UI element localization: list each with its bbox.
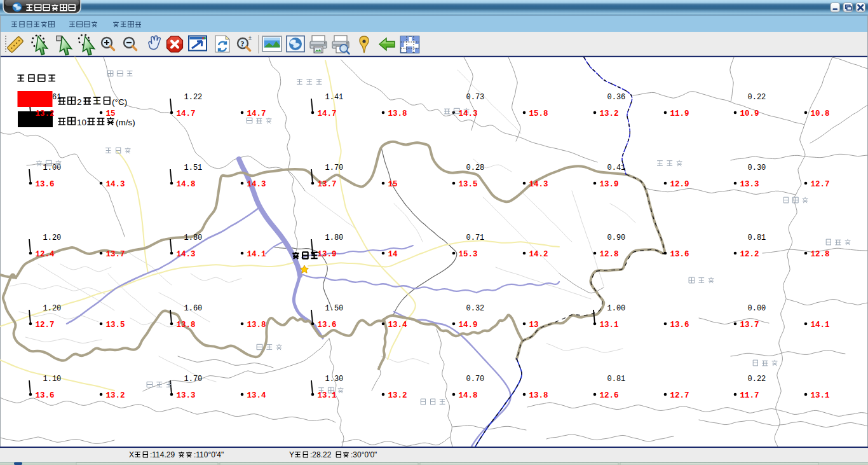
svg-text:13.8: 13.8	[529, 391, 548, 400]
svg-text:15: 15	[106, 109, 116, 118]
svg-text:0.81: 0.81	[748, 233, 766, 242]
svg-text:?: ?	[241, 39, 245, 48]
svg-text:12.7: 12.7	[670, 391, 689, 400]
svg-text:13.6: 13.6	[36, 391, 55, 400]
svg-text:12.2: 12.2	[740, 250, 759, 259]
svg-text::28.22: :28.22	[310, 450, 332, 459]
svg-text:0.70: 0.70	[466, 375, 485, 384]
svg-text:13.9: 13.9	[600, 180, 619, 189]
svg-text:10: 10	[77, 118, 86, 127]
svg-text:14.8: 14.8	[177, 180, 196, 189]
svg-text:13.2: 13.2	[388, 391, 407, 400]
svg-text:14.8: 14.8	[459, 391, 478, 400]
svg-text:1.41: 1.41	[325, 93, 344, 102]
svg-text:0.22: 0.22	[748, 93, 766, 102]
svg-text:12.8: 12.8	[600, 250, 619, 259]
svg-text:1.22: 1.22	[184, 93, 203, 102]
svg-text:0.36: 0.36	[607, 93, 626, 102]
svg-text:1.70: 1.70	[184, 375, 203, 384]
svg-text:13.1: 13.1	[600, 321, 619, 330]
svg-text:14.7: 14.7	[177, 109, 196, 118]
svg-text:1.20: 1.20	[43, 304, 62, 313]
svg-text:12.8: 12.8	[811, 250, 830, 259]
svg-text:13.7: 13.7	[106, 250, 125, 259]
svg-text:14: 14	[388, 250, 398, 259]
svg-text:1.70: 1.70	[325, 163, 344, 172]
svg-text:14.7: 14.7	[247, 109, 266, 118]
svg-text:14.3: 14.3	[459, 109, 478, 118]
svg-text:13.2: 13.2	[106, 391, 125, 400]
svg-text:13.8: 13.8	[247, 321, 266, 330]
svg-text:13.4: 13.4	[247, 391, 267, 400]
svg-text:13.9: 13.9	[318, 250, 337, 259]
svg-text:12.6: 12.6	[600, 391, 619, 400]
svg-text:13.6: 13.6	[670, 321, 689, 330]
svg-text:13.2: 13.2	[36, 109, 55, 118]
svg-text:0.73: 0.73	[466, 93, 485, 102]
svg-text:1.60: 1.60	[184, 304, 203, 313]
svg-text:1.51: 1.51	[184, 163, 203, 172]
svg-text::110°0'4": :110°0'4"	[194, 450, 224, 459]
svg-text:0.22: 0.22	[748, 375, 766, 384]
svg-text:0.41: 0.41	[607, 163, 626, 172]
svg-text:0.00: 0.00	[748, 304, 766, 313]
svg-text:10.8: 10.8	[811, 109, 830, 118]
svg-text:0.90: 0.90	[607, 233, 626, 242]
svg-text:0.30: 0.30	[748, 163, 766, 172]
svg-text:12.4: 12.4	[36, 250, 55, 259]
svg-text:12.7: 12.7	[811, 180, 830, 189]
svg-text:14.1: 14.1	[247, 250, 266, 259]
svg-text::114.29: :114.29	[150, 450, 175, 459]
svg-text:14.1: 14.1	[811, 321, 830, 330]
svg-text:X: X	[129, 450, 134, 459]
svg-text:13.8: 13.8	[177, 321, 196, 330]
svg-text:15: 15	[388, 180, 398, 189]
svg-text:13.3: 13.3	[740, 180, 759, 189]
svg-text:1.10: 1.10	[43, 375, 62, 384]
svg-text:13.5: 13.5	[106, 321, 125, 330]
svg-text:14.7: 14.7	[318, 109, 337, 118]
svg-text:13.4: 13.4	[388, 321, 408, 330]
svg-text:15.8: 15.8	[529, 109, 548, 118]
svg-text:0.81: 0.81	[607, 375, 626, 384]
svg-text:0.28: 0.28	[466, 163, 485, 172]
svg-text:14.3: 14.3	[106, 180, 125, 189]
svg-text:13.6: 13.6	[318, 321, 337, 330]
svg-text:12.7: 12.7	[36, 321, 55, 330]
svg-text:Y: Y	[289, 450, 294, 459]
svg-text:13.1: 13.1	[811, 391, 830, 400]
svg-text:13.6: 13.6	[670, 250, 689, 259]
svg-text:1.20: 1.20	[43, 233, 62, 242]
svg-text:13.8: 13.8	[388, 109, 407, 118]
svg-text:1.80: 1.80	[184, 233, 203, 242]
svg-text:13.3: 13.3	[177, 391, 196, 400]
svg-text:13.5: 13.5	[459, 180, 478, 189]
svg-text:(m/s): (m/s)	[116, 118, 135, 127]
svg-text:13.7: 13.7	[318, 180, 337, 189]
svg-text::30°0'0": :30°0'0"	[351, 450, 377, 459]
svg-text:13.2: 13.2	[600, 109, 619, 118]
svg-text:13.7: 13.7	[740, 321, 759, 330]
svg-text:12.9: 12.9	[670, 180, 689, 189]
svg-text:15.3: 15.3	[459, 250, 478, 259]
svg-text:2: 2	[77, 97, 82, 107]
svg-text:14.9: 14.9	[459, 321, 478, 330]
svg-text:0.71: 0.71	[466, 233, 485, 242]
svg-text:14.3: 14.3	[177, 250, 196, 259]
svg-text:11.7: 11.7	[740, 391, 759, 400]
svg-text:(°C): (°C)	[112, 97, 127, 107]
svg-text:14.2: 14.2	[529, 250, 548, 259]
svg-text:1.50: 1.50	[325, 304, 344, 313]
svg-text:0.32: 0.32	[466, 304, 485, 313]
svg-text:10.9: 10.9	[740, 109, 759, 118]
svg-text:11.9: 11.9	[670, 109, 689, 118]
svg-text:1.00: 1.00	[607, 304, 626, 313]
svg-text:13.6: 13.6	[36, 180, 55, 189]
svg-text:1.80: 1.80	[325, 233, 344, 242]
svg-text:1.30: 1.30	[325, 375, 344, 384]
svg-text:14.3: 14.3	[247, 180, 266, 189]
svg-text:13: 13	[529, 321, 539, 330]
svg-text:±: ±	[248, 34, 252, 41]
svg-text:13.1: 13.1	[318, 391, 337, 400]
svg-text:14.3: 14.3	[529, 180, 548, 189]
